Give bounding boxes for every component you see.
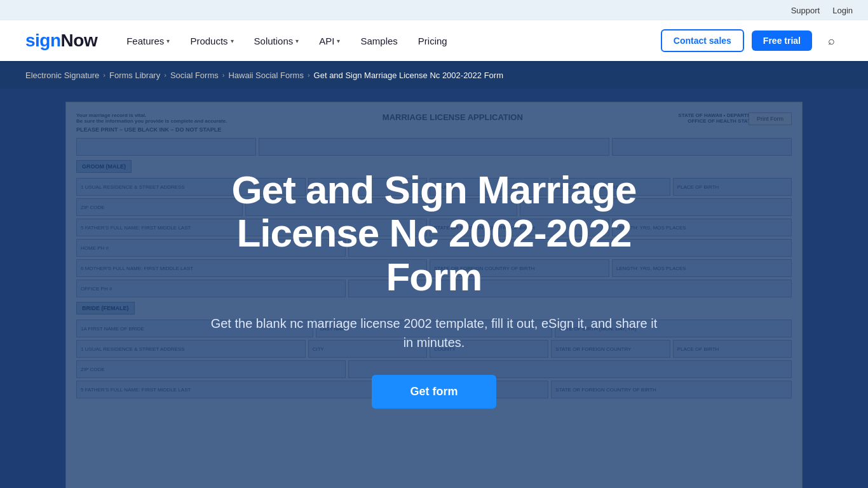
nav-pricing[interactable]: Pricing bbox=[409, 30, 456, 51]
breadcrumb-separator-2: › bbox=[164, 71, 166, 79]
products-chevron-icon: ▾ bbox=[231, 37, 234, 44]
breadcrumb: Electronic Signature › Forms Library › S… bbox=[25, 71, 503, 80]
support-link[interactable]: Support bbox=[791, 6, 820, 15]
form-instruction-2: Be sure the information you provide is c… bbox=[76, 118, 227, 124]
form-instruction-1: Your marriage record is vital. bbox=[76, 112, 227, 118]
api-chevron-icon: ▾ bbox=[337, 37, 340, 44]
hero-title: Get and Sign Marriage License Nc 2002-20… bbox=[205, 168, 663, 299]
breadcrumb-forms-library[interactable]: Forms Library bbox=[109, 71, 160, 80]
breadcrumb-separator-1: › bbox=[103, 71, 105, 79]
hero-subtitle: Get the blank nc marriage license 2002 t… bbox=[205, 314, 663, 352]
contact-sales-button[interactable]: Contact sales bbox=[661, 29, 744, 52]
login-link[interactable]: Login bbox=[832, 6, 853, 15]
breadcrumb-social-forms[interactable]: Social Forms bbox=[170, 71, 219, 80]
search-button[interactable]: ⌕ bbox=[820, 29, 843, 52]
form-cell bbox=[612, 138, 792, 156]
form-cell: PLACE OF BIRTH bbox=[673, 340, 792, 358]
utility-bar: Support Login bbox=[0, 0, 868, 20]
free-trial-button[interactable]: Free trial bbox=[752, 30, 812, 51]
nav-actions: Contact sales Free trial ⌕ bbox=[661, 29, 843, 52]
form-instruction-3: PLEASE PRINT – USE BLACK INK – DO NOT ST… bbox=[76, 126, 227, 133]
nav-features[interactable]: Features ▾ bbox=[118, 30, 179, 51]
breadcrumb-separator-4: › bbox=[308, 71, 310, 79]
form-cell bbox=[259, 138, 609, 156]
solutions-chevron-icon: ▾ bbox=[295, 37, 299, 44]
breadcrumb-current-page: Get and Sign Marriage License Nc 2002-20… bbox=[314, 71, 503, 80]
form-row-1 bbox=[76, 138, 792, 156]
nav-solutions[interactable]: Solutions ▾ bbox=[245, 30, 308, 51]
nav-items: Features ▾ Products ▾ Solutions ▾ API ▾ … bbox=[118, 30, 661, 51]
form-cell: PLACE OF BIRTH bbox=[673, 178, 792, 196]
search-icon: ⌕ bbox=[828, 34, 835, 48]
breadcrumb-hawaii-social-forms[interactable]: Hawaii Social Forms bbox=[228, 71, 303, 80]
breadcrumb-bar: Electronic Signature › Forms Library › S… bbox=[0, 61, 868, 89]
hero-content: Get and Sign Marriage License Nc 2002-20… bbox=[193, 168, 675, 409]
logo[interactable]: signNow bbox=[25, 30, 97, 51]
form-cell bbox=[76, 138, 256, 156]
hero-section: Your marriage record is vital. Be sure t… bbox=[0, 89, 868, 488]
breadcrumb-electronic-signature[interactable]: Electronic Signature bbox=[25, 71, 99, 80]
main-nav: signNow Features ▾ Products ▾ Solutions … bbox=[0, 20, 868, 61]
features-chevron-icon: ▾ bbox=[166, 37, 170, 44]
get-form-button[interactable]: Get form bbox=[372, 375, 496, 409]
nav-api[interactable]: API ▾ bbox=[310, 30, 349, 51]
nav-products[interactable]: Products ▾ bbox=[181, 30, 242, 51]
nav-samples[interactable]: Samples bbox=[351, 30, 406, 51]
print-button-form[interactable]: Print Form bbox=[749, 112, 792, 125]
form-title-row: Your marriage record is vital. Be sure t… bbox=[76, 112, 792, 133]
logo-text: signNow bbox=[25, 30, 97, 50]
form-main-title: MARRIAGE LICENSE APPLICATION bbox=[383, 112, 523, 133]
breadcrumb-separator-3: › bbox=[222, 71, 225, 79]
